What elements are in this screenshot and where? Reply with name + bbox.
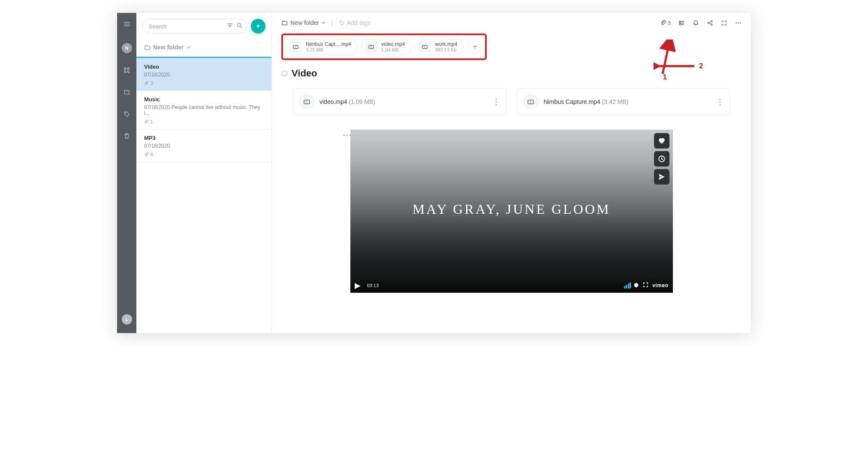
file-card-more-icon[interactable]: ⋮	[716, 98, 724, 106]
fullscreen-icon[interactable]	[721, 20, 727, 26]
attachments-button[interactable]: 3	[660, 20, 671, 26]
note-title[interactable]: Video	[292, 68, 317, 79]
volume-icon[interactable]	[624, 282, 631, 288]
svg-rect-1	[127, 68, 129, 70]
folder-icon[interactable]	[124, 89, 130, 97]
bell-icon[interactable]	[693, 20, 699, 26]
file-card[interactable]: Nimbus Capture.mp4 (3.42 MB)⋮	[517, 88, 731, 115]
note-item-date: 07/16/2020 People cannot live without mu…	[144, 104, 264, 116]
svg-point-5	[237, 23, 241, 27]
svg-point-12	[738, 22, 738, 23]
play-icon[interactable]: ▶	[355, 281, 361, 290]
note-item-attach: 3	[144, 80, 264, 86]
fullscreen-video-icon[interactable]	[642, 282, 649, 289]
file-card-name: video.mp4 (1.09 MB)	[319, 98, 375, 105]
video-file-icon	[419, 41, 431, 53]
more-icon[interactable]	[735, 20, 741, 26]
note-list-item[interactable]: MP307/16/20204	[136, 130, 271, 162]
paperclip-icon	[660, 20, 666, 26]
paperclip-icon	[144, 120, 149, 124]
chip-filename: work.mp4	[435, 41, 457, 47]
share-video-icon[interactable]	[654, 169, 669, 185]
watch-later-icon[interactable]	[654, 151, 669, 167]
svg-rect-0	[124, 68, 126, 70]
svg-rect-2	[124, 71, 126, 73]
note-list-item[interactable]: Music07/16/2020 People cannot live witho…	[136, 91, 271, 130]
sidebar-breadcrumb-label: New folder	[153, 44, 184, 51]
video-overlay-title: MAY GRAY, JUNE GLOOM	[350, 201, 673, 217]
add-tags-button[interactable]: Add tags	[339, 19, 371, 26]
attachments-count: 3	[668, 20, 671, 26]
paperclip-icon	[144, 81, 149, 86]
sidebar-breadcrumb[interactable]: New folder	[136, 33, 271, 57]
chip-filesize: 3.26 MB	[306, 47, 351, 52]
svg-point-9	[711, 21, 712, 22]
add-attachment-button[interactable]: +	[468, 40, 482, 54]
list-view-icon[interactable]	[678, 20, 685, 26]
svg-rect-3	[127, 71, 129, 73]
note-item-title: Video	[144, 64, 264, 70]
header-actions: 3	[660, 20, 741, 26]
note-item-date: 07/16/2020	[144, 72, 264, 78]
chip-filesize: 1.04 MB	[381, 47, 405, 52]
app-shell: N L + New folde	[117, 13, 751, 333]
chip-filesize: 382.13 Kb	[435, 47, 457, 52]
attachment-chip[interactable]: video.mp41.04 MB	[362, 39, 411, 55]
file-cards-row: video.mp4 (1.09 MB)⋮Nimbus Capture.mp4 (…	[272, 79, 751, 115]
chevron-down-icon	[322, 21, 325, 24]
svg-point-13	[740, 22, 741, 23]
note-title-row: Video	[272, 60, 751, 79]
header-folder-label: New folder	[290, 19, 319, 26]
icon-rail: N L	[117, 13, 136, 333]
main-header: New folder | Add tags 3	[272, 13, 751, 27]
note-item-title: MP3	[144, 135, 264, 141]
video-file-icon	[289, 41, 301, 53]
attachment-chips-row: Nimbus Capt....mp43.26 MBvideo.mp41.04 M…	[272, 27, 751, 60]
file-card[interactable]: video.mp4 (1.09 MB)⋮	[292, 88, 506, 115]
video-file-icon	[365, 41, 377, 53]
paperclip-icon	[144, 152, 149, 157]
svg-rect-6	[679, 21, 681, 22]
menu-icon[interactable]	[124, 21, 130, 29]
note-item-title: Music	[144, 96, 264, 103]
chip-filename: video.mp4	[381, 41, 405, 47]
header-folder-crumb[interactable]: New folder	[281, 19, 325, 26]
attachment-chip[interactable]: Nimbus Capt....mp43.26 MB	[286, 39, 358, 55]
video-embed[interactable]: ⋯ MAY GRAY, JUNE GLOOM ▶ 03:13 vimeo	[350, 130, 673, 293]
note-list-item[interactable]: Video07/16/20203	[136, 58, 271, 91]
divider: |	[331, 19, 333, 27]
chip-filename: Nimbus Capt....mp4	[306, 41, 351, 47]
video-provider-label: vimeo	[652, 282, 668, 288]
add-note-button[interactable]: +	[251, 19, 265, 33]
svg-rect-7	[679, 23, 681, 25]
attachment-chips-annotated-box: Nimbus Capt....mp43.26 MBvideo.mp41.04 M…	[281, 33, 487, 60]
file-card-more-icon[interactable]: ⋮	[492, 98, 500, 106]
share-icon[interactable]	[707, 20, 713, 26]
search-icon[interactable]	[236, 22, 242, 30]
note-item-date: 07/16/2020	[144, 143, 264, 149]
folder-icon	[281, 20, 288, 26]
filter-icon[interactable]	[227, 22, 233, 30]
note-item-attach: 1	[144, 119, 264, 125]
user-avatar[interactable]: L	[122, 314, 132, 325]
video-side-buttons	[654, 133, 669, 185]
svg-point-11	[736, 22, 737, 23]
tag-icon[interactable]	[124, 111, 130, 119]
trash-icon[interactable]	[124, 133, 130, 141]
video-file-icon	[523, 94, 539, 109]
attachment-chip[interactable]: work.mp4382.13 Kb	[416, 39, 464, 55]
svg-point-8	[708, 22, 709, 23]
svg-point-10	[711, 24, 712, 25]
grid-icon[interactable]	[124, 67, 130, 75]
sidebar: + New folder Video07/16/20203Music07/16/…	[136, 13, 272, 333]
video-controls: ▶ 03:13 vimeo	[350, 278, 673, 293]
note-item-attach: 4	[144, 152, 264, 158]
video-duration: 03:13	[365, 282, 381, 289]
notes-list: Video07/16/20203Music07/16/2020 People c…	[136, 58, 271, 162]
video-file-icon	[299, 94, 314, 109]
todo-circle-icon[interactable]	[281, 70, 287, 76]
settings-gear-icon[interactable]	[633, 282, 639, 289]
workspace-avatar[interactable]: N	[122, 43, 132, 53]
like-icon[interactable]	[654, 133, 669, 149]
video-frame: MAY GRAY, JUNE GLOOM ▶ 03:13 vimeo	[350, 130, 673, 293]
